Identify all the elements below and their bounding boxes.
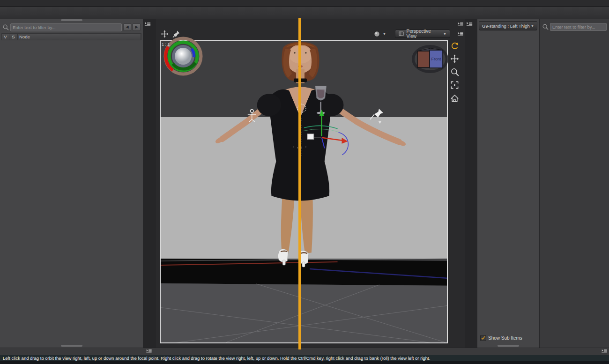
taskbar-sliver (0, 361, 609, 364)
viewport-pane: ▼ Perspective View ▼ (156, 19, 465, 348)
view-cube[interactable]: Front (412, 45, 448, 74)
bottom-tab-bar (0, 348, 609, 355)
frame-view-icon[interactable] (450, 81, 459, 89)
pan-view-icon[interactable] (450, 54, 459, 63)
node-selection-dropdown[interactable]: G9-standing : Left Thigh ▼ (479, 21, 537, 30)
drawstyle-sphere-icon (373, 30, 380, 37)
pane-menu-icon[interactable] (457, 21, 464, 27)
viewport-tool-stack (449, 41, 460, 103)
scene-filter-input[interactable] (10, 23, 122, 31)
search-icon (2, 24, 9, 30)
column-selectable[interactable]: S (9, 34, 18, 40)
main-toolbar (0, 7, 609, 19)
view-cube-label: Front (431, 57, 441, 61)
menu-bar (0, 0, 609, 7)
column-node[interactable]: Node (18, 34, 141, 40)
parameter-filter-input[interactable] (550, 23, 607, 31)
check-icon (480, 335, 486, 341)
panel-resize-grip[interactable] (61, 345, 82, 347)
pane-menu-icon[interactable] (144, 21, 151, 27)
scene-columns-header: V S Node (1, 33, 141, 40)
view-selector-dropdown[interactable]: Perspective View ▼ (395, 30, 450, 38)
home-view-icon[interactable] (450, 94, 459, 103)
parameter-filter-row (541, 22, 608, 32)
pane-menu-icon[interactable] (466, 21, 473, 27)
zoom-view-icon[interactable] (450, 67, 459, 76)
show-sub-items-checkbox[interactable]: Show Sub Items (480, 335, 522, 341)
view-grid-icon (399, 31, 404, 37)
search-icon (542, 23, 549, 30)
show-sub-items-label: Show Sub Items (488, 335, 522, 341)
3d-scene (161, 41, 447, 342)
right-tab-strip (466, 19, 477, 348)
viewport-toolbar: ▼ Perspective View ▼ (161, 29, 464, 39)
node-selection-label: G9-standing : Left Thigh (482, 23, 530, 29)
scene-tree (0, 41, 142, 344)
zoom-ratio-label: 1 : 1 (162, 42, 170, 47)
panel-resize-grip[interactable] (498, 345, 519, 347)
pane-menu-icon[interactable] (601, 348, 608, 354)
orbit-view-icon[interactable] (450, 41, 459, 50)
left-tab-strip (144, 19, 155, 348)
drawstyle-selector[interactable]: ▼ (370, 30, 389, 38)
viewport-tabbar (159, 20, 464, 27)
column-visible[interactable]: V (2, 34, 9, 40)
viewport-canvas[interactable] (160, 40, 448, 343)
filter-prev-button[interactable]: ◀ (123, 23, 131, 31)
parameters-sliders-panel (540, 19, 609, 348)
parameters-nav-panel: G9-standing : Left Thigh ▼ Show Sub Item… (477, 19, 539, 348)
scene-filter-row: ◀ ▶ (1, 22, 141, 32)
pane-menu-icon[interactable] (457, 31, 464, 37)
filter-next-button[interactable]: ▶ (133, 23, 141, 31)
view-selector-label: Perspective View (407, 29, 441, 39)
status-bar: Left click and drag to orbit the view ri… (0, 355, 609, 361)
daz-studio-window: ◀ ▶ V S Node ▼ Perspect (0, 0, 609, 364)
center-guide-line (298, 18, 301, 349)
pane-menu-icon[interactable] (145, 348, 153, 354)
scene-panel: ◀ ▶ V S Node (0, 19, 143, 348)
panel-resize-grip[interactable] (61, 19, 82, 21)
